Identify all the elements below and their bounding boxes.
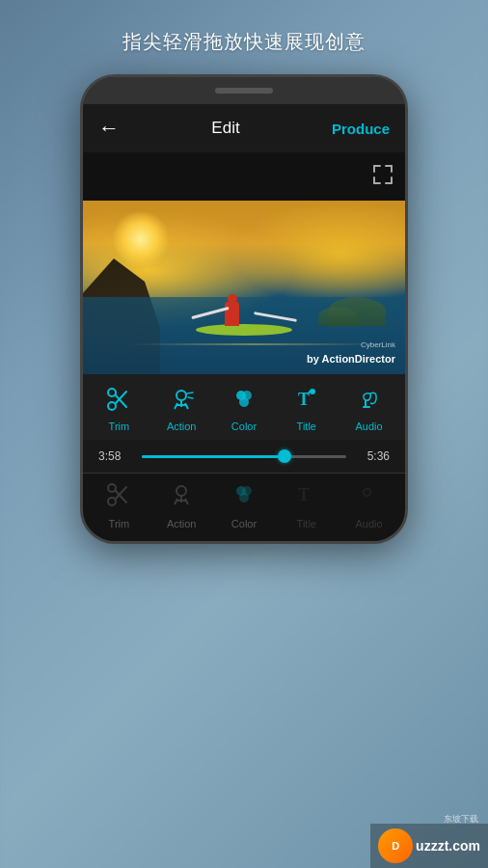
cyberlink-text: CyberLink	[307, 340, 395, 349]
color-tool-2[interactable]: Color	[217, 481, 270, 529]
scissors-icon-2	[105, 481, 132, 514]
svg-rect-7	[391, 176, 393, 184]
title-tool[interactable]: T Title	[280, 386, 333, 432]
color-icon-2	[230, 481, 258, 514]
audio-icon	[356, 386, 383, 417]
title-icon-2: T	[293, 481, 320, 514]
svg-line-17	[187, 393, 193, 393]
svg-point-38	[239, 493, 249, 502]
duzzzt-text: uzzzt.com	[416, 838, 480, 854]
title-label-2: Title	[297, 518, 316, 529]
timeline-progress	[142, 455, 285, 458]
scissors-icon	[105, 386, 132, 417]
video-frame-inner: CyberLink by ActionDirector	[83, 201, 405, 374]
video-area	[83, 152, 405, 201]
action-label-2: Action	[167, 518, 197, 529]
trim-label-2: Trim	[109, 518, 130, 529]
produce-button[interactable]: Produce	[332, 121, 390, 137]
video-frame: CyberLink by ActionDirector	[83, 201, 405, 374]
svg-point-31	[176, 486, 186, 496]
bottom-toolbar: Trim Action	[83, 473, 405, 541]
duzzzt-badge: D uzzzt.com	[370, 824, 488, 868]
action-icon-2	[168, 481, 195, 514]
svg-point-21	[239, 397, 249, 407]
phone-top-bar	[83, 77, 405, 104]
tools-bar: Trim Action	[83, 374, 405, 440]
svg-rect-5	[373, 176, 375, 184]
color-label: Color	[231, 420, 257, 432]
title-label: Title	[297, 420, 316, 432]
dongban-label: 东坡下载	[444, 813, 478, 826]
color-label-2: Color	[231, 518, 257, 529]
phone-speaker	[215, 88, 273, 94]
dongban-text: 东坡下载	[444, 813, 478, 826]
audio-icon-2	[356, 481, 383, 514]
title-tool-2[interactable]: T Title	[280, 481, 333, 529]
svg-text:T: T	[298, 485, 310, 504]
trim-tool-2[interactable]: Trim	[93, 481, 146, 529]
color-icon	[230, 386, 258, 417]
trim-label: Trim	[109, 420, 130, 432]
edit-header: ← Edit Produce	[83, 104, 405, 152]
svg-rect-1	[373, 165, 375, 173]
actiondirector-text: by ActionDirector	[307, 353, 395, 365]
audio-tool-2[interactable]: Audio	[342, 481, 395, 529]
audio-label-2: Audio	[356, 518, 383, 529]
svg-line-18	[188, 397, 193, 398]
main-container: 指尖轻滑拖放快速展现创意 ← Edit Produce	[0, 0, 488, 868]
audio-label: Audio	[356, 420, 383, 432]
timeline-track[interactable]	[142, 455, 346, 458]
video-watermark: CyberLink by ActionDirector	[307, 340, 395, 366]
svg-point-12	[176, 391, 186, 400]
start-time: 3:58	[98, 449, 132, 463]
duzzzt-logo: D	[378, 828, 413, 863]
action-label: Action	[167, 420, 197, 432]
title-icon: T	[293, 386, 320, 417]
action-tool[interactable]: Action	[155, 386, 208, 432]
duzzzt-d: D	[392, 840, 399, 852]
audio-tool[interactable]: Audio	[342, 386, 395, 432]
end-time: 5:36	[356, 449, 390, 463]
trim-tool[interactable]: Trim	[93, 386, 146, 432]
action-tool-2[interactable]: Action	[155, 481, 208, 529]
timeline-bar: 3:58 5:36	[83, 440, 405, 473]
back-button[interactable]: ←	[98, 116, 120, 141]
phone-mockup: ← Edit Produce	[80, 74, 408, 544]
timeline-thumb[interactable]	[278, 449, 291, 463]
action-icon	[168, 386, 195, 417]
tagline: 指尖轻滑拖放快速展现创意	[103, 0, 385, 74]
fullscreen-icon[interactable]	[372, 164, 393, 190]
svg-rect-3	[391, 165, 393, 173]
color-tool[interactable]: Color	[217, 386, 270, 432]
edit-title: Edit	[211, 119, 239, 138]
